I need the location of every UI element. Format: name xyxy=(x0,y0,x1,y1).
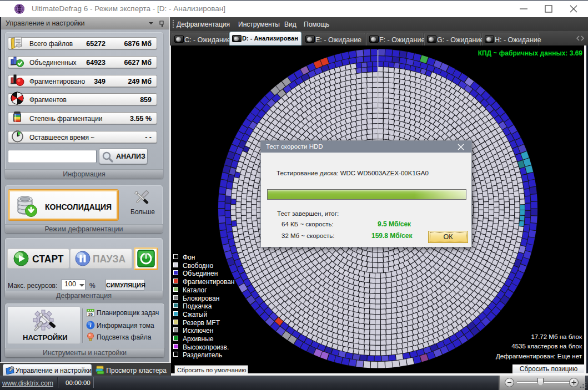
svg-text:26: 26 xyxy=(88,312,93,316)
